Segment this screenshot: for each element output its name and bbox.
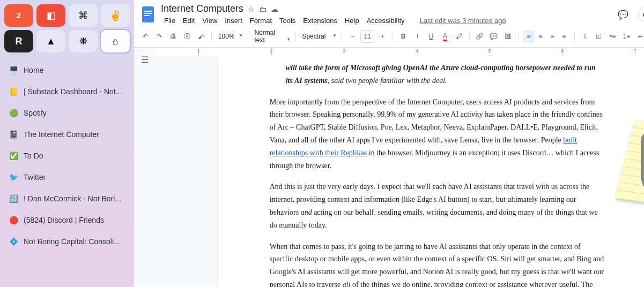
docs-menu-bar: File Edit View Insert Format Tools Exten… [161, 16, 609, 26]
doc-text: all [343, 281, 351, 287]
doc-text: , said two people familiar with the deal… [328, 77, 447, 85]
arc-item-substack[interactable]: 📒| Substack Dashboard - Not... [4, 81, 130, 102]
arc-item-capital[interactable]: 💠Not Boring Capital: Consoli... [4, 231, 130, 252]
docs-toolbar: ↶ ↷ 🖶 Ⓐ 🖌 100% Normal text Spectral − 11… [134, 26, 644, 48]
pinned-peace[interactable]: ✌ [101, 4, 130, 27]
clippy-assistant[interactable] [621, 115, 644, 206]
doc-icon: 💠 [9, 237, 18, 246]
undo-button[interactable]: ↶ [139, 30, 151, 43]
menu-format[interactable]: Format [247, 16, 275, 26]
ruler-tick-label: 2 [270, 48, 273, 54]
insert-link-button[interactable]: 🔗 [474, 30, 486, 43]
docs-logo-icon[interactable] [140, 5, 156, 24]
paint-format-button[interactable]: 🖌 [195, 30, 207, 43]
ruler-tick-label: 1 [197, 48, 200, 54]
svg-rect-0 [142, 6, 154, 22]
arc-item-label: Spotify [24, 109, 47, 117]
substack-icon: 📒 [9, 87, 18, 96]
decrease-indent-button[interactable]: ⇤ [635, 30, 644, 43]
page-wrap: 1 2 3 4 5 6 7 will take the form of Micr… [156, 48, 644, 287]
align-left-button[interactable]: ≡ [523, 30, 535, 43]
checklist-button[interactable]: ☑ [593, 30, 605, 43]
arc-item-twitter[interactable]: 🐦Twitter [4, 167, 130, 187]
twitter-icon: 🐦 [9, 172, 18, 182]
arc-item-label: ! Dan McCormick - Not Bori... [24, 194, 121, 203]
arc-tab-list: 🖥️Home 📒| Substack Dashboard - Not... 🟢S… [4, 60, 130, 252]
italic-button[interactable]: I [411, 30, 423, 43]
pinned-chatgpt[interactable]: ❋ [69, 30, 98, 52]
discord-icon: 🔴 [9, 215, 18, 225]
document-title[interactable]: Internet Computers [161, 3, 243, 14]
highlight-button[interactable]: 🖍 [453, 30, 465, 43]
pinned-notifications[interactable]: 2 [4, 4, 33, 27]
arc-pinned-row-2: R ▲ ❋ ⌂ [4, 30, 130, 52]
menu-insert[interactable]: Insert [221, 16, 246, 26]
bulleted-list-button[interactable]: •≡ [607, 30, 619, 43]
arc-item-label: To Do [24, 152, 43, 160]
arc-item-slack[interactable]: 🔢! Dan McCormick - Not Bori... [4, 188, 130, 209]
last-edit-link[interactable]: Last edit was 3 minutes ago [417, 16, 509, 26]
arc-item-spotify[interactable]: 🟢Spotify [4, 103, 130, 123]
ruler-tick-label: 5 [488, 48, 491, 54]
star-icon[interactable]: ☆ [248, 5, 255, 13]
arc-item-todo[interactable]: ✅To Do [4, 146, 130, 166]
align-right-button[interactable]: ≡ [546, 30, 558, 43]
paragraph-style-select[interactable]: Normal text [252, 28, 291, 45]
spellcheck-button[interactable]: Ⓐ [181, 30, 193, 43]
outline-column: ☰ [134, 48, 156, 287]
pinned-app-1[interactable]: ◧ [36, 4, 65, 27]
pinned-figma[interactable]: ⌘ [69, 4, 98, 27]
bold-button[interactable]: B [397, 30, 409, 43]
pinned-r[interactable]: R [4, 30, 33, 52]
spotify-icon: 🟢 [9, 108, 18, 118]
pinned-arc[interactable]: ⌂ [101, 30, 130, 52]
menu-file[interactable]: File [161, 16, 179, 26]
page-area[interactable]: will take the form of Microsoft giving O… [156, 56, 644, 287]
google-docs-app: Internet Computers ☆ 🗀 ☁ File Edit View … [134, 0, 644, 287]
font-select[interactable]: Spectral [300, 32, 337, 41]
zoom-select[interactable]: 100% [216, 32, 243, 41]
meet-button[interactable]: 📹 ▾ [638, 7, 644, 21]
font-size-increase[interactable]: + [376, 30, 388, 43]
numbered-list-button[interactable]: 1≡ [621, 30, 633, 43]
svg-rect-3 [144, 15, 150, 16]
check-icon: ✅ [9, 151, 18, 161]
menu-edit[interactable]: Edit [180, 16, 198, 26]
horizontal-ruler[interactable]: 1 2 3 4 5 6 7 [156, 48, 644, 56]
comment-history-button[interactable]: 💬 [614, 5, 632, 24]
menu-tools[interactable]: Tools [276, 16, 299, 26]
line-spacing-button[interactable]: ⇳ [579, 30, 591, 43]
arc-item-internet-computer[interactable]: 📓The Internet Computer [4, 124, 130, 145]
home-icon: 🖥️ [9, 65, 18, 75]
arc-item-label: Twitter [24, 173, 46, 182]
menu-accessibility[interactable]: Accessibility [364, 16, 408, 26]
ruler-tick-label: 7 [634, 48, 636, 54]
align-justify-button[interactable]: ≡ [558, 30, 570, 43]
cloud-status-icon[interactable]: ☁ [271, 5, 278, 13]
arc-item-home[interactable]: 🖥️Home [4, 60, 130, 80]
arc-item-discord[interactable]: 🔴(5824) Discord | Friends [4, 210, 130, 230]
move-icon[interactable]: 🗀 [259, 5, 267, 13]
doc-text: and [301, 208, 312, 216]
redo-button[interactable]: ↷ [153, 30, 165, 43]
add-comment-button[interactable]: 💬 [488, 30, 500, 43]
clippy-icon [638, 115, 644, 195]
show-outline-button[interactable]: ☰ [138, 53, 151, 66]
menu-extensions[interactable]: Extensions [300, 16, 340, 26]
font-size-decrease[interactable]: − [346, 30, 358, 43]
ruler-tick-label: 3 [343, 48, 345, 54]
arc-item-label: (5824) Discord | Friends [24, 216, 104, 224]
pinned-drive[interactable]: ▲ [36, 30, 65, 52]
document-page[interactable]: will take the form of Microsoft giving O… [218, 56, 644, 287]
font-size-input[interactable]: 11 [360, 30, 374, 43]
arc-item-label: Home [24, 66, 43, 74]
docs-header-right: 💬 📹 ▾ 👤Share P [614, 5, 644, 24]
docs-header: Internet Computers ☆ 🗀 ☁ File Edit View … [134, 0, 644, 26]
align-center-button[interactable]: ≡ [535, 30, 546, 43]
underline-button[interactable]: U [425, 30, 437, 43]
menu-view[interactable]: View [199, 16, 220, 26]
insert-image-button[interactable]: 🖼 [502, 30, 514, 43]
menu-help[interactable]: Help [342, 16, 362, 26]
print-button[interactable]: 🖶 [167, 30, 179, 43]
text-color-button[interactable]: A [439, 30, 451, 43]
